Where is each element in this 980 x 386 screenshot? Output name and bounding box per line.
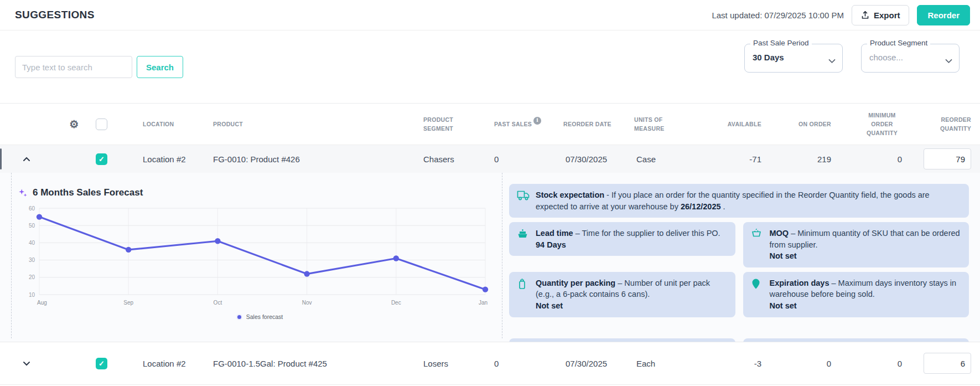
info-icon[interactable]: i — [533, 117, 541, 125]
svg-text:Aug: Aug — [37, 300, 47, 306]
card-title: Quantity per packing — [536, 279, 615, 287]
svg-text:60: 60 — [29, 205, 35, 212]
svg-text:40: 40 — [29, 240, 35, 246]
expiration-days-card: Expiration days – Maximum days inventory… — [743, 272, 969, 317]
svg-text:Oct: Oct — [214, 300, 222, 306]
cell-reorder-date: 07/30/2025 — [566, 155, 607, 164]
row-caret-indicator — [0, 148, 2, 169]
page-title: SUGGESTIONS — [15, 9, 95, 21]
legend-dot-icon — [236, 314, 242, 320]
svg-text:10: 10 — [29, 292, 35, 298]
gear-icon[interactable]: ⚙ — [69, 119, 79, 130]
card-value: Not set — [770, 251, 797, 260]
lead-time-card: Lead time – Time for the supplier to del… — [509, 222, 735, 256]
forecast-title: 6 Months Sales Forecast — [33, 187, 143, 198]
cell-moq: 0 — [898, 359, 902, 368]
col-product[interactable]: Product — [213, 120, 243, 128]
moq-card: MOQ – Minimum quantity of SKU that can b… — [743, 222, 969, 267]
cell-product: FG-0010: Product #426 — [213, 155, 300, 164]
sparkles-icon — [18, 188, 28, 198]
clipped-card — [743, 338, 969, 342]
cell-past-sales: 0 — [494, 359, 499, 368]
last-updated-text: Last updated: 07/29/2025 10:00 PM — [712, 11, 844, 20]
collapse-row-button[interactable] — [0, 157, 53, 162]
cell-product: FG-0010-1.5Gal: Product #425 — [213, 359, 327, 368]
cell-location: Location #2 — [143, 155, 186, 164]
card-text: – Minimum quantity of SKU that can be or… — [770, 229, 960, 249]
row-checkbox[interactable]: ✓ — [96, 153, 107, 165]
cell-segment: Chasers — [423, 155, 454, 164]
table-row: ✓ Location #2 FG-0010-1.5Gal: Product #4… — [0, 342, 980, 385]
chevron-down-icon — [945, 56, 952, 66]
export-icon — [861, 11, 869, 19]
svg-text:30: 30 — [29, 257, 35, 263]
truck-icon — [517, 189, 530, 212]
svg-text:Sep: Sep — [123, 300, 133, 306]
cell-location: Location #2 — [143, 359, 186, 368]
chart-legend[interactable]: Sales forecast — [17, 313, 502, 320]
cell-available: -3 — [754, 359, 761, 368]
quantity-per-packing-card: Quantity per packing – Number of unit pe… — [509, 272, 735, 317]
svg-text:Dec: Dec — [391, 300, 401, 306]
table-header-row: ⚙ Location Product Product Segment Past … — [0, 104, 980, 145]
reorder-button[interactable]: Reorder — [917, 5, 970, 25]
product-segment-label: Product Segment — [867, 39, 930, 47]
col-minimum-order-quantity[interactable]: Minimum Order Quantity — [862, 111, 902, 138]
sales-forecast-section: 6 Months Sales Forecast 102030405060AugS… — [11, 173, 502, 338]
legend-label: Sales forecast — [246, 313, 283, 320]
row-details-panel: 6 Months Sales Forecast 102030405060AugS… — [0, 173, 980, 342]
past-sale-period-label: Past Sale Period — [750, 39, 812, 47]
card-title: Expiration days — [770, 279, 829, 287]
basket-icon — [751, 228, 764, 262]
svg-text:Nov: Nov — [302, 300, 312, 306]
clipped-card — [509, 338, 735, 342]
svg-text:20: 20 — [29, 274, 35, 280]
card-value: Not set — [770, 301, 797, 310]
card-value: Not set — [536, 301, 563, 310]
cell-reorder-date: 07/30/2025 — [566, 359, 607, 368]
product-segment-select[interactable]: Product Segment choose... — [861, 44, 960, 73]
card-date: 26/12/2025 — [681, 202, 721, 211]
reorder-quantity-input[interactable] — [924, 353, 971, 374]
card-title: Lead time — [536, 229, 573, 238]
svg-text:Jan: Jan — [479, 300, 488, 306]
pack-icon — [517, 277, 530, 312]
col-location[interactable]: Location — [143, 120, 174, 128]
export-button[interactable]: Export — [852, 5, 910, 25]
expand-row-button[interactable] — [0, 361, 53, 366]
card-value: 94 Days — [536, 240, 566, 249]
cell-uom: Case — [636, 155, 656, 164]
card-title: Stock expectation — [536, 191, 604, 199]
reorder-quantity-input[interactable] — [924, 148, 971, 169]
col-product-segment[interactable]: Product Segment — [423, 115, 466, 133]
row-checkbox[interactable]: ✓ — [96, 358, 107, 369]
select-all-checkbox[interactable] — [96, 119, 107, 130]
cell-on-order: 219 — [817, 155, 831, 164]
chevron-down-icon — [828, 56, 836, 66]
cell-past-sales: 0 — [494, 155, 499, 164]
card-title: MOQ — [770, 229, 789, 238]
card-text: – Time for the supplier to deliver this … — [573, 229, 720, 238]
product-info-cards: Stock expectation - If you place an orde… — [502, 173, 980, 342]
search-button[interactable]: Search — [137, 56, 183, 78]
col-past-sales[interactable]: Past Sales — [494, 120, 532, 128]
search-input[interactable] — [15, 56, 132, 78]
ship-icon — [517, 228, 530, 250]
past-sale-period-select[interactable]: Past Sale Period 30 Days — [744, 44, 843, 73]
filter-bar: Search Past Sale Period 30 Days Product … — [0, 30, 980, 104]
col-reorder-date[interactable]: Reorder Date — [563, 120, 611, 128]
svg-text:50: 50 — [29, 223, 35, 229]
sales-forecast-chart: 102030405060AugSepOctNovDecJan — [17, 202, 493, 310]
col-available[interactable]: Available — [728, 120, 761, 128]
cell-segment: Losers — [423, 359, 448, 368]
cell-on-order: 0 — [827, 359, 831, 368]
table-row: ✓ Location #2 FG-0010: Product #426 Chas… — [0, 145, 980, 173]
cell-moq: 0 — [898, 155, 902, 164]
col-units-of-measure[interactable]: Units of Measure — [634, 115, 673, 133]
cell-available: -71 — [749, 155, 761, 164]
col-reorder-quantity[interactable]: Reorder Quantity — [932, 115, 971, 133]
stock-expectation-card: Stock expectation - If you place an orde… — [509, 184, 969, 218]
tag-pin-icon — [751, 277, 764, 312]
cell-uom: Each — [636, 359, 655, 368]
col-on-order[interactable]: On Order — [798, 120, 831, 128]
